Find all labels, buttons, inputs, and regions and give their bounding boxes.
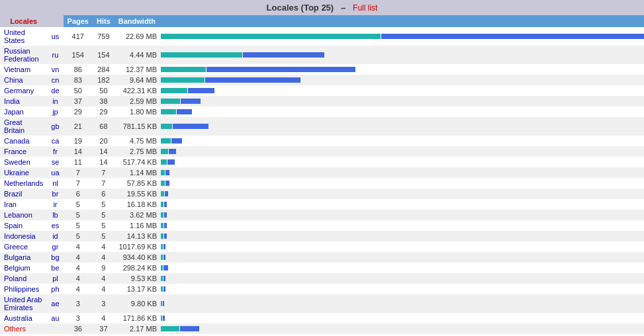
pages-value: 6: [64, 189, 93, 199]
country-code[interactable]: br: [47, 189, 63, 199]
chart-bar: [160, 231, 644, 241]
country-code[interactable]: us: [47, 27, 63, 46]
country-name[interactable]: Poland: [0, 273, 47, 284]
pages-value: 4: [64, 252, 93, 263]
col-header-locales: Locales: [0, 15, 47, 27]
country-code[interactable]: lb: [47, 210, 63, 220]
country-name[interactable]: Japan: [0, 106, 47, 117]
pages-value: 4: [64, 273, 93, 284]
country-name[interactable]: Great Britain: [0, 117, 47, 136]
country-code[interactable]: ua: [47, 167, 63, 178]
hits-value: 4: [93, 241, 115, 252]
table-row: Brazil br 6 6 19.55 KB: [0, 189, 644, 199]
table-row: Lebanon lb 5 5 3.62 MB: [0, 210, 644, 220]
pages-value: 3: [64, 294, 93, 313]
hits-value: 5: [93, 220, 115, 231]
country-name[interactable]: Philippines: [0, 284, 47, 294]
country-name[interactable]: Russian Federation: [0, 46, 47, 64]
bandwidth-value: 4.44 MB: [115, 46, 160, 64]
table-row: Great Britain gb 21 68 781.15 KB: [0, 117, 644, 136]
bandwidth-value: 9.80 KB: [115, 294, 160, 313]
country-name[interactable]: Bulgaria: [0, 252, 47, 263]
full-list-link[interactable]: Full list: [353, 3, 377, 13]
country-name[interactable]: Canada: [0, 136, 47, 146]
chart-bar: [160, 210, 644, 220]
country-code[interactable]: in: [47, 96, 63, 106]
bandwidth-value: 4.75 MB: [115, 136, 160, 146]
country-code[interactable]: be: [47, 263, 63, 273]
hits-value: 68: [93, 117, 115, 136]
country-name[interactable]: China: [0, 75, 47, 85]
table-row: Bulgaria bg 4 4 934.40 KB: [0, 252, 644, 263]
pages-value: 4: [64, 241, 93, 252]
country-name[interactable]: Lebanon: [0, 210, 47, 220]
country-name[interactable]: Greece: [0, 241, 47, 252]
hits-value: 6: [93, 189, 115, 199]
country-code[interactable]: es: [47, 220, 63, 231]
bandwidth-value: 781.15 KB: [115, 117, 160, 136]
bandwidth-value: 2.59 MB: [115, 96, 160, 106]
country-code[interactable]: ph: [47, 284, 63, 294]
country-name[interactable]: France: [0, 146, 47, 157]
table-row: Iran ir 5 5 16.18 KB: [0, 199, 644, 210]
bandwidth-value: 22.69 MB: [115, 27, 160, 46]
hits-value: 7: [93, 178, 115, 189]
country-code[interactable]: au: [47, 313, 63, 323]
table-row: Ukraine ua 7 7 1.14 MB: [0, 167, 644, 178]
country-code[interactable]: cn: [47, 75, 63, 85]
others-pages: 36: [64, 323, 93, 334]
country-name[interactable]: Brazil: [0, 189, 47, 199]
table-row: United States us 417 759 22.69 MB: [0, 27, 644, 46]
country-name[interactable]: Spain: [0, 220, 47, 231]
country-name[interactable]: Indonesia: [0, 231, 47, 241]
others-label[interactable]: Others: [0, 323, 47, 334]
country-name[interactable]: United Arab Emirates: [0, 294, 47, 313]
page-header: Locales (Top 25) – Full list: [0, 0, 644, 15]
chart-bar: [160, 284, 644, 294]
country-code[interactable]: ru: [47, 46, 63, 64]
table-row: Poland pl 4 4 9.53 KB: [0, 273, 644, 284]
country-code[interactable]: nl: [47, 178, 63, 189]
country-name[interactable]: Vietnam: [0, 64, 47, 75]
bandwidth-value: 1.80 MB: [115, 106, 160, 117]
country-code[interactable]: id: [47, 231, 63, 241]
country-name[interactable]: United States: [0, 27, 47, 46]
country-code[interactable]: vn: [47, 64, 63, 75]
country-name[interactable]: Australia: [0, 313, 47, 323]
chart-bar: [160, 157, 644, 167]
pages-value: 4: [64, 263, 93, 273]
country-code[interactable]: ae: [47, 294, 63, 313]
country-code[interactable]: ca: [47, 136, 63, 146]
chart-bar: [160, 313, 644, 323]
country-code[interactable]: se: [47, 157, 63, 167]
hits-value: 4: [93, 273, 115, 284]
table-row: Sweden se 11 14 517.74 KB: [0, 157, 644, 167]
country-name[interactable]: Belgium: [0, 263, 47, 273]
country-name[interactable]: Germany: [0, 85, 47, 96]
country-code[interactable]: gb: [47, 117, 63, 136]
country-name[interactable]: Iran: [0, 199, 47, 210]
bandwidth-value: 171.86 KB: [115, 313, 160, 323]
country-code[interactable]: jp: [47, 106, 63, 117]
pages-value: 5: [64, 210, 93, 220]
table-row: Russian Federation ru 154 154 4.44 MB: [0, 46, 644, 64]
country-code[interactable]: ir: [47, 199, 63, 210]
country-code[interactable]: bg: [47, 252, 63, 263]
country-name[interactable]: India: [0, 96, 47, 106]
country-code[interactable]: de: [47, 85, 63, 96]
country-name[interactable]: Ukraine: [0, 167, 47, 178]
hits-value: 14: [93, 146, 115, 157]
country-name[interactable]: Netherlands: [0, 178, 47, 189]
country-name[interactable]: Sweden: [0, 157, 47, 167]
country-code[interactable]: gr: [47, 241, 63, 252]
bandwidth-value: 422.31 KB: [115, 85, 160, 96]
pages-value: 5: [64, 220, 93, 231]
country-code[interactable]: pl: [47, 273, 63, 284]
pages-value: 3: [64, 313, 93, 323]
country-code[interactable]: fr: [47, 146, 63, 157]
bandwidth-value: 1.16 MB: [115, 220, 160, 231]
others-chart-bar: [160, 323, 644, 334]
pages-value: 86: [64, 64, 93, 75]
hits-value: 9: [93, 263, 115, 273]
table-row: United Arab Emirates ae 3 3 9.80 KB: [0, 294, 644, 313]
